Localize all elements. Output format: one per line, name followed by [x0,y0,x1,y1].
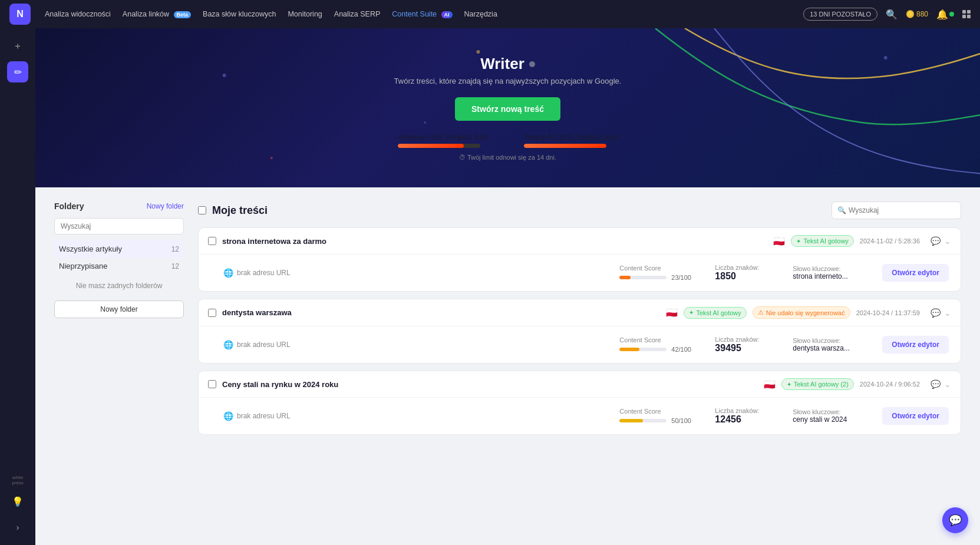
article-actions-1: 💬 ⌄ [930,236,951,246]
content-score-1: Content Score 23/100 [619,265,696,281]
folder-title: Foldery [54,202,84,211]
plus-icon: ＋ [13,40,22,52]
select-all-checkbox[interactable] [198,206,206,214]
trial-badge[interactable]: 13 DNI POZOSTAŁO [803,8,877,21]
articles-top-bar: Moje treści 🔍 [198,202,961,219]
ai-texts-progress-fill [524,144,606,148]
svg-point-1 [223,74,226,77]
articles-stat: Artykuły (4/5) Zwiększ limit [398,133,489,148]
bulb-button[interactable]: 💡 [7,491,28,512]
nav-links: Analiza widoczności Analiza linków Beta … [45,10,789,18]
article-checkbox-1[interactable] [208,237,216,245]
svg-point-0 [476,50,480,54]
more-icon-3[interactable]: ⌄ [944,379,951,389]
sparkle-icon-3: ✦ [787,381,791,388]
articles-progress-fill [398,144,464,148]
article-actions-3: 💬 ⌄ [930,379,951,389]
main-layout: ＋ ✏ whitepress 💡 › [0,28,980,545]
article-body-3: 🌐 brak adresu URL Content Score 50/100 [199,398,961,434]
nav-narzedzia[interactable]: Narzędzia [464,10,497,18]
more-icon-2[interactable]: ⌄ [944,308,951,318]
article-header-2: dentysta warszawa 🇵🇱 ✦ Tekst AI gotowy ⚠… [199,299,961,326]
hero-subtitle: Twórz treści, które znajdą się na najwyż… [394,77,622,85]
coin-icon: 🪙 [906,10,915,18]
nav-baza-slow[interactable]: Baza słów kluczowych [203,10,276,18]
hero-stats: Artykuły (4/5) Zwiększ limit Teksty AI (… [398,133,618,148]
flag-icon-2: 🇵🇱 [666,307,678,318]
svg-point-3 [270,157,273,159]
article-date-3: 2024-10-24 / 9:06:52 [860,381,920,388]
articles-limit-link[interactable]: Zwiększ limit [445,133,489,141]
globe-icon-3: 🌐 [223,411,233,421]
new-folder-button[interactable]: Nowy folder [54,300,184,318]
sparkle-icon-1: ✦ [796,238,801,245]
main-content: Writer Twórz treści, które znajdą się na… [35,28,980,545]
articles-progress-bar [398,144,480,148]
char-count-2: Liczba znaków: 39495 [715,336,774,354]
more-icon-1[interactable]: ⌄ [944,236,951,246]
nav-analiza-serp[interactable]: Analiza SERP [334,10,381,18]
article-body-2: 🌐 brak adresu URL Content Score 42/100 [199,326,961,363]
notification-dot [949,12,954,16]
url-info-2: 🌐 brak adresu URL [223,340,600,349]
comment-icon-2[interactable]: 💬 [930,308,941,318]
ai-texts-progress-bar [524,144,606,148]
articles-label: Artykuły (4/5) Zwiększ limit [398,133,489,141]
score-fill-2 [619,348,639,351]
ai-multi-badge-3: ✦ Tekst AI gotowy (2) [781,378,854,390]
search-icon[interactable]: 🔍 [886,9,897,20]
keyword-1: Słowo kluczowe: strona interneto... [793,265,863,280]
globe-icon-1: 🌐 [223,268,233,278]
nav-monitoring[interactable]: Monitoring [288,10,322,18]
folder-item-unassigned[interactable]: Nieprzypisane 12 [54,257,184,275]
ai-ready-badge-2: ✦ Tekst AI gotowy [684,307,746,319]
ai-badge: AI [441,11,453,18]
article-date-1: 2024-11-02 / 5:28:36 [860,237,920,245]
new-folder-header-link[interactable]: Nowy folder [147,202,184,210]
bulb-icon: 💡 [12,496,24,507]
content-score-3: Content Score 50/100 [619,408,696,424]
article-title-2: dentysta warszawa [222,308,660,317]
flag-icon-3: 🇵🇱 [764,379,776,390]
article-checkbox-2[interactable] [208,309,216,317]
score-fill-3 [619,419,643,422]
folder-search-input[interactable] [54,218,184,234]
article-search-input[interactable] [831,202,961,219]
warning-icon-2: ⚠ [758,309,764,316]
comment-icon-1[interactable]: 💬 [930,236,941,246]
article-card-1: strona internetowa za darmo 🇵🇱 ✦ Tekst A… [198,227,961,292]
chat-bubble-button[interactable]: 💬 [942,507,968,533]
apps-icon[interactable] [962,10,971,18]
edit-icon: ✏ [14,67,22,78]
nav-analiza-widocznosci[interactable]: Analiza widoczności [45,10,111,18]
open-editor-button-1[interactable]: Otwórz edytor [882,264,949,282]
article-checkbox-3[interactable] [208,380,216,388]
svg-point-5 [424,121,426,124]
nav-analiza-linkow[interactable]: Analiza linków Beta [123,10,191,18]
add-button[interactable]: ＋ [7,35,28,57]
folder-item-all[interactable]: Wszystkie artykuły 12 [54,240,184,257]
keyword-2: Słowo kluczowe: dentysta warsza... [793,337,863,352]
create-content-button[interactable]: Stwórz nową treść [455,97,560,121]
article-card-2: dentysta warszawa 🇵🇱 ✦ Tekst AI gotowy ⚠… [198,299,961,364]
nav-right: 13 DNI POZOSTAŁO 🔍 🪙 880 🔔 [803,8,971,21]
open-editor-button-2[interactable]: Otwórz edytor [882,336,949,354]
ai-texts-limit-link[interactable]: Zwiększ limit [575,133,618,141]
bell-icon[interactable]: 🔔 [936,9,948,20]
chat-icon: 💬 [949,514,962,527]
score-fill-1 [619,276,630,279]
open-editor-button-3[interactable]: Otwórz edytor [882,407,949,425]
char-count-3: Liczba znaków: 12456 [715,407,774,425]
ai-texts-stat: Teksty AI (3/3) Zwiększ limit [524,133,618,148]
edit-button[interactable]: ✏ [7,61,28,82]
svg-point-4 [884,56,887,60]
article-title-1: strona internetowa za darmo [222,237,767,246]
nav-content-suite[interactable]: Content Suite AI [392,10,452,18]
expand-button[interactable]: › [7,517,28,538]
whitepress-logo: whitepress [12,475,24,486]
hero-title: Writer [480,55,535,73]
logo[interactable]: N [9,4,31,25]
keyword-3: Słowo kluczowe: ceny stali w 2024 [793,408,863,424]
comment-icon-3[interactable]: 💬 [930,379,941,389]
globe-icon-2: 🌐 [223,340,233,349]
